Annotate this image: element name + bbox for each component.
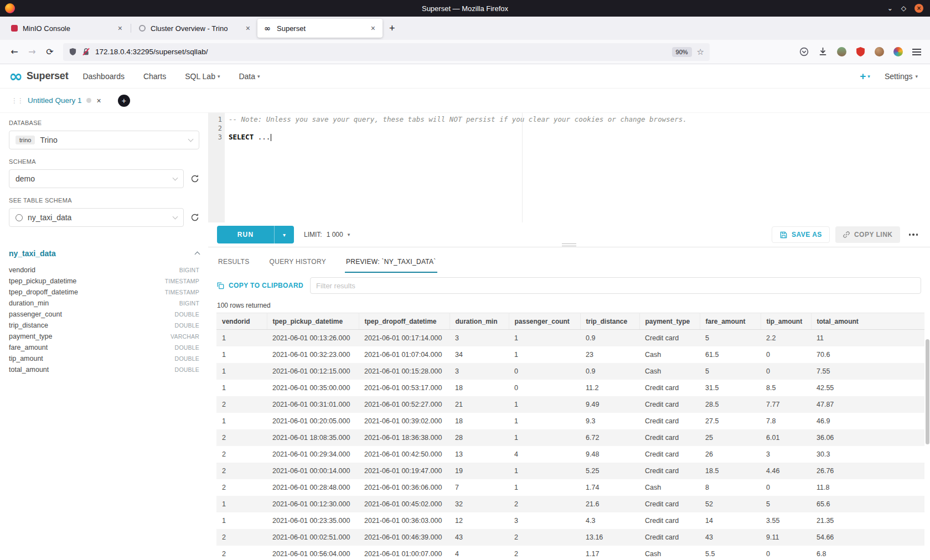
- tab-separator: [131, 24, 131, 33]
- schema-column-row: total_amountDOUBLE: [9, 364, 199, 375]
- column-header[interactable]: fare_amount: [700, 313, 761, 330]
- table-cell: Credit card: [639, 512, 700, 529]
- nav-data[interactable]: Data▾: [239, 72, 260, 81]
- query-tab[interactable]: ⋮⋮ Untitled Query 1 ×: [7, 92, 106, 110]
- add-new-button[interactable]: +▾: [860, 70, 870, 82]
- filter-results-input[interactable]: [310, 277, 921, 294]
- more-options-button[interactable]: [906, 230, 922, 239]
- table-row: 22021-06-01 00:29:34.0002021-06-01 00:42…: [216, 446, 924, 463]
- table-cell: 2: [216, 446, 267, 463]
- browser-tab-minio[interactable]: MinIO Console ×: [4, 19, 130, 38]
- limit-value: 1 000: [327, 231, 343, 238]
- table-cell: 2: [216, 463, 267, 479]
- extension-colorful-icon[interactable]: [893, 47, 903, 56]
- query-tab-label[interactable]: Untitled Query 1: [28, 96, 82, 105]
- url-bar[interactable]: 172.18.0.4:32295/superset/sqllab/ 90% ☆: [63, 43, 710, 61]
- url-text[interactable]: 172.18.0.4:32295/superset/sqllab/: [95, 48, 667, 56]
- window-maximize-icon[interactable]: ◇: [901, 4, 906, 12]
- table-row: 12021-06-01 00:35:00.0002021-06-01 00:53…: [216, 380, 924, 396]
- nav-charts[interactable]: Charts: [143, 72, 166, 81]
- run-button[interactable]: RUN ▾: [217, 226, 294, 243]
- tracking-shield-icon[interactable]: [69, 48, 77, 56]
- column-header[interactable]: passenger_count: [509, 313, 580, 330]
- reload-button[interactable]: ⟳: [41, 43, 59, 61]
- forward-button[interactable]: →: [23, 43, 41, 61]
- menu-icon[interactable]: [912, 49, 921, 55]
- column-header[interactable]: tip_amount: [761, 313, 811, 330]
- panel-drag-handle[interactable]: [562, 243, 576, 248]
- table-cell: Cash: [639, 363, 700, 380]
- column-header[interactable]: total_amount: [811, 313, 924, 330]
- column-name: total_amount: [9, 366, 49, 374]
- save-as-button[interactable]: SAVE AS: [772, 226, 830, 243]
- column-header[interactable]: tpep_dropoff_datetime: [359, 313, 450, 330]
- nav-dashboards[interactable]: Dashboards: [82, 72, 125, 81]
- table-select[interactable]: ny_taxi_data: [9, 208, 184, 227]
- table-row: 22021-06-01 18:08:35.0002021-06-01 18:36…: [216, 429, 924, 446]
- tab-preview[interactable]: PREVIEW: `NY_TAXI_DATA`: [345, 258, 437, 273]
- schema-select[interactable]: demo: [9, 169, 184, 188]
- pocket-icon[interactable]: [799, 47, 809, 56]
- insecure-lock-icon[interactable]: [82, 48, 90, 56]
- superset-brand[interactable]: Superset: [27, 70, 68, 82]
- schema-value: demo: [16, 174, 35, 183]
- collapse-chevron-icon[interactable]: [195, 252, 200, 257]
- run-dropdown-button[interactable]: ▾: [274, 226, 294, 243]
- table-cell: 61.5: [700, 346, 761, 363]
- save-as-label: SAVE AS: [792, 231, 822, 238]
- superset-favicon: ∞: [263, 24, 272, 33]
- browser-tab-trino[interactable]: Cluster Overview - Trino ×: [132, 19, 257, 38]
- refresh-table-button[interactable]: [190, 213, 199, 222]
- bookmark-star-icon[interactable]: ☆: [697, 47, 704, 57]
- ublock-shield-icon[interactable]: [856, 47, 865, 56]
- nav-sql-lab[interactable]: SQL Lab▾: [185, 72, 220, 81]
- sql-editor[interactable]: 1 2 3 -- Note: Unless you save your quer…: [208, 113, 930, 222]
- tab-close-icon[interactable]: ×: [369, 24, 377, 33]
- table-cell: 2021-06-01 00:19:47.000: [359, 463, 450, 479]
- window-chevron-down-icon[interactable]: ⌄: [887, 4, 893, 12]
- column-header[interactable]: vendorid: [216, 313, 267, 330]
- profile-avatar-icon[interactable]: [875, 47, 884, 56]
- table-cell: 21: [450, 396, 509, 413]
- editor-code-area[interactable]: -- Note: Unless you save your query, the…: [225, 113, 930, 222]
- tab-close-icon[interactable]: ×: [116, 24, 124, 33]
- table-cell: 3: [761, 446, 811, 463]
- browser-tab-superset[interactable]: ∞ Superset ×: [257, 19, 383, 38]
- add-query-tab-button[interactable]: +: [118, 95, 130, 107]
- table-cell: 2: [216, 529, 267, 546]
- table-cell: 3: [509, 512, 580, 529]
- tab-query-history[interactable]: QUERY HISTORY: [268, 258, 327, 273]
- schema-column-row: tip_amountDOUBLE: [9, 353, 199, 364]
- copy-link-label: COPY LINK: [854, 231, 893, 238]
- extension-icon[interactable]: [837, 47, 846, 56]
- new-tab-button[interactable]: +: [383, 23, 402, 34]
- table-cell: 1: [216, 330, 267, 346]
- limit-dropdown[interactable]: LIMIT: 1 000 ▾: [304, 231, 350, 238]
- copy-to-clipboard-button[interactable]: COPY TO CLIPBOARD: [216, 282, 303, 289]
- copy-link-button[interactable]: COPY LINK: [835, 226, 900, 243]
- column-header[interactable]: payment_type: [639, 313, 700, 330]
- column-header[interactable]: duration_min: [450, 313, 509, 330]
- table-cell: 28.5: [700, 396, 761, 413]
- column-header[interactable]: trip_distance: [580, 313, 639, 330]
- database-select[interactable]: trino Trino: [9, 131, 199, 149]
- query-tab-close-icon[interactable]: ×: [97, 96, 101, 105]
- table-select-value: ny_taxi_data: [28, 213, 71, 222]
- back-button[interactable]: ←: [6, 43, 23, 61]
- window-close-button[interactable]: ×: [914, 4, 923, 13]
- tab-close-icon[interactable]: ×: [244, 24, 252, 33]
- schema-column-row: passenger_countDOUBLE: [9, 309, 199, 320]
- tab-results[interactable]: RESULTS: [217, 258, 251, 273]
- settings-menu[interactable]: Settings▾: [885, 72, 918, 81]
- table-cell: 65.6: [811, 496, 924, 512]
- drag-dots-icon[interactable]: ⋮⋮: [11, 97, 23, 105]
- downloads-icon[interactable]: [818, 47, 828, 56]
- column-header[interactable]: tpep_pickup_datetime: [267, 313, 359, 330]
- zoom-indicator[interactable]: 90%: [672, 47, 692, 57]
- run-label[interactable]: RUN: [217, 226, 274, 243]
- table-name[interactable]: ny_taxi_data: [9, 249, 56, 258]
- schema-column-row: fare_amountDOUBLE: [9, 342, 199, 353]
- superset-logo-icon[interactable]: ∞: [9, 68, 23, 85]
- refresh-schema-button[interactable]: [190, 174, 199, 183]
- vertical-scrollbar-thumb[interactable]: [926, 339, 929, 444]
